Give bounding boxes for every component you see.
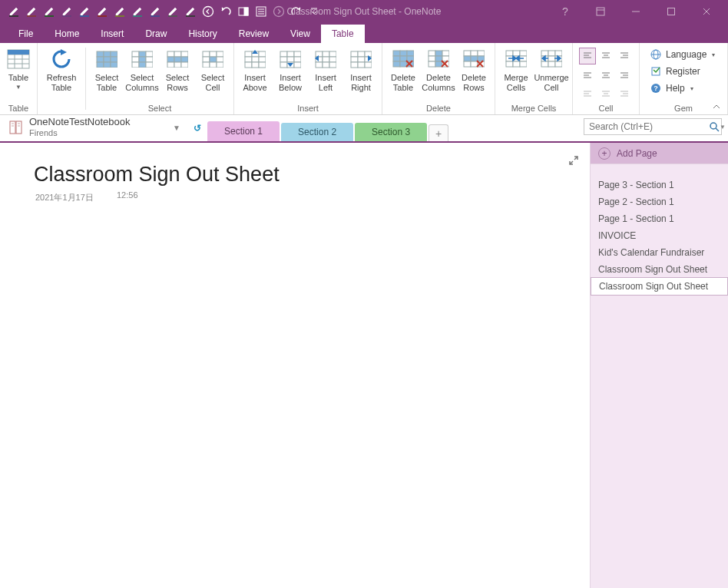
qat-pen-0[interactable] — [5, 0, 22, 23]
qat-pen-6[interactable] — [111, 0, 128, 23]
align-mid-right[interactable] — [616, 66, 633, 83]
svg-rect-99 — [316, 51, 323, 57]
insert-left-button[interactable]: Insert Left — [308, 45, 343, 93]
select-cell-button[interactable]: Select Cell — [195, 45, 230, 93]
svg-rect-156 — [506, 61, 513, 67]
pen-icon — [97, 6, 108, 17]
back-icon[interactable] — [199, 0, 217, 23]
refresh-table-button[interactable]: Refresh Table — [41, 45, 82, 93]
notebook-picker[interactable]: OneNoteTestNotebook Firends ▼ — [0, 117, 189, 141]
qat-pen-9[interactable] — [164, 0, 181, 23]
svg-rect-145 — [464, 61, 471, 67]
section-tab-3[interactable]: Section 3 — [355, 123, 427, 141]
select-columns-button[interactable]: Select Columns — [124, 45, 160, 93]
align-top-center[interactable] — [597, 48, 614, 64]
insert-above-button[interactable]: Insert Above — [237, 45, 273, 93]
delete-rows-button[interactable]: Delete Rows — [456, 45, 491, 93]
delete-columns-button[interactable]: Delete Columns — [421, 45, 456, 93]
delete-table-button[interactable]: Delete Table — [386, 45, 421, 93]
help-icon[interactable]: ? — [554, 1, 576, 22]
menu-tab-review[interactable]: Review — [228, 25, 280, 43]
align-bot-center[interactable] — [597, 84, 614, 101]
section-tab-1[interactable]: Section 1 — [207, 121, 280, 141]
help-button[interactable]: ? Help ▾ — [647, 80, 717, 97]
chevron-down-icon[interactable]: ▼ — [173, 124, 184, 132]
page-list-item[interactable]: Page 1 - Section 1 — [591, 210, 728, 227]
select-rows-button[interactable]: Select Rows — [160, 45, 195, 93]
undo-icon[interactable] — [217, 0, 234, 23]
svg-rect-43 — [8, 50, 29, 55]
menu-tab-insert[interactable]: Insert — [90, 25, 134, 43]
align-mid-center[interactable] — [597, 66, 614, 83]
align-bot-left[interactable] — [579, 84, 596, 101]
menu-tab-history[interactable]: History — [177, 25, 227, 43]
qat-pen-2[interactable] — [40, 0, 58, 23]
qat-pen-10[interactable] — [181, 0, 199, 23]
merge-cells-button-icon — [504, 47, 528, 71]
align-bot-right[interactable] — [616, 84, 633, 101]
page-list-item[interactable]: INVOICE — [591, 227, 728, 244]
section-tab-2[interactable]: Section 2 — [281, 123, 353, 141]
page-time[interactable]: 12:56 — [117, 190, 138, 200]
svg-rect-58 — [139, 57, 146, 62]
register-button[interactable]: Register — [647, 63, 717, 80]
add-section-button[interactable]: + — [429, 124, 448, 141]
ribbon: Table ▼ Table Refresh Table Select Table… — [0, 43, 728, 115]
qat-pen-3[interactable] — [58, 0, 75, 23]
insert-below-button[interactable]: Insert Below — [273, 45, 308, 93]
svg-rect-24 — [244, 8, 248, 15]
page-list-item[interactable]: Classroom Sign Out Sheet — [591, 277, 728, 296]
svg-rect-61 — [139, 62, 146, 68]
dock-icon[interactable] — [234, 0, 252, 23]
page-list-item[interactable]: Page 2 - Section 1 — [591, 193, 728, 210]
forward-icon[interactable] — [270, 0, 287, 23]
page-date[interactable]: 2021年1月17日 — [35, 192, 94, 203]
search-icon[interactable] — [709, 121, 720, 132]
qat-pen-4[interactable] — [75, 0, 93, 23]
search-box[interactable]: ▼ — [584, 118, 722, 135]
language-button[interactable]: Language ▾ — [647, 46, 717, 63]
sync-icon[interactable]: ↺ — [189, 120, 206, 137]
merge-cells-button[interactable]: Merge Cells — [498, 45, 534, 93]
chevron-down-icon[interactable]: ▼ — [720, 124, 726, 130]
qat-pen-5[interactable] — [93, 0, 111, 23]
menu-tab-table[interactable]: Table — [321, 25, 365, 43]
insert-right-button[interactable]: Insert Right — [343, 45, 379, 93]
page-title[interactable]: Classroom Sign Out Sheet — [34, 163, 280, 187]
add-page-button[interactable]: + Add Page — [591, 143, 728, 164]
ribbon-display-options-icon[interactable] — [590, 1, 611, 22]
qat-pen-8[interactable] — [146, 0, 164, 23]
minimize-button[interactable] — [625, 1, 647, 22]
menu-tab-file[interactable]: File — [8, 25, 44, 43]
ribbon-group-refresh: Refresh Table — [38, 43, 85, 114]
svg-rect-50 — [111, 57, 117, 62]
menu-tab-draw[interactable]: Draw — [134, 25, 177, 43]
page-canvas[interactable]: Classroom Sign Out Sheet 2021年1月17日 12:5… — [0, 143, 590, 588]
page-list-item[interactable]: Classroom Sign Out Sheet — [591, 261, 728, 278]
fullscreen-icon[interactable] — [568, 155, 579, 166]
section-tabs: Section 1Section 2Section 3 — [207, 121, 427, 141]
svg-rect-15 — [133, 15, 142, 17]
svg-marker-16 — [151, 8, 159, 15]
qat-pen-1[interactable] — [22, 0, 40, 23]
unmerge-cell-button[interactable]: Unmerge Cell — [534, 45, 569, 93]
align-top-left[interactable] — [579, 48, 596, 64]
collapse-ribbon-button[interactable] — [710, 101, 723, 113]
svg-rect-55 — [139, 51, 146, 57]
align-top-right[interactable] — [616, 48, 633, 64]
page-list-item[interactable]: Kid's Calendar Fundraiser — [591, 244, 728, 261]
svg-rect-92 — [294, 51, 301, 57]
table-button[interactable]: Table ▼ — [3, 45, 34, 91]
maximize-button[interactable] — [660, 1, 682, 22]
svg-rect-107 — [329, 62, 336, 68]
menu-tab-view[interactable]: View — [280, 25, 321, 43]
page-list-icon[interactable] — [252, 0, 270, 23]
align-mid-left[interactable] — [579, 66, 596, 83]
menu-tab-home[interactable]: Home — [44, 25, 90, 43]
svg-rect-3 — [27, 15, 36, 17]
search-input[interactable] — [584, 121, 709, 132]
page-list-item[interactable]: Page 3 - Section 1 — [591, 177, 728, 193]
qat-pen-7[interactable] — [128, 0, 146, 23]
select-table-button[interactable]: Select Table — [89, 45, 124, 93]
close-button[interactable] — [696, 1, 717, 22]
